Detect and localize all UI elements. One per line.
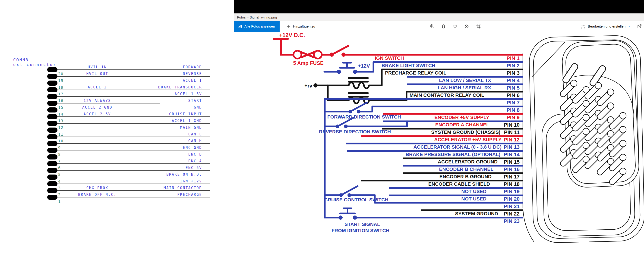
zoom-in-icon — [429, 24, 434, 29]
connector-schematic: CONN3 ext_connector 20HVIL INFORWARD19HV… — [0, 0, 234, 253]
net-label-mid: ACCEL 2 GND — [82, 105, 112, 109]
pin-name: PIN 3 — [507, 70, 520, 76]
pin-pad — [47, 94, 58, 99]
pin-pad — [47, 181, 58, 186]
net-label-right: IGN +12V — [180, 179, 202, 183]
pin-name: PIN 22 — [504, 211, 520, 217]
net-label-right: MAIN CONTACTOR — [164, 186, 202, 190]
pin-number: 11 — [58, 132, 64, 137]
net-label-right: START — [188, 99, 202, 103]
power-feed-symbol — [274, 39, 294, 55]
all-photos-label: Alle Fotos anzeigen — [244, 24, 275, 28]
pin-number: 15 — [58, 105, 64, 110]
pin-wire-label: MAIN CONTACTOR RELAY COIL — [410, 92, 484, 98]
net-label-right: CAN H — [188, 139, 202, 143]
pin-pad — [47, 87, 58, 92]
share-icon — [637, 24, 642, 29]
net-label-right: CRUISE_INPUT — [169, 112, 202, 116]
net-label-mid: HVIL IN — [88, 65, 107, 69]
crop-button[interactable] — [476, 24, 481, 29]
pin-name: PIN 4 — [507, 77, 520, 83]
crop-icon — [476, 24, 481, 29]
pin-pad — [47, 114, 58, 119]
pin-name: PIN 11 — [504, 129, 520, 135]
favorite-button[interactable] — [452, 24, 458, 29]
net-label-right: ENC 5V — [186, 166, 202, 170]
pin-number: 4 — [58, 179, 61, 184]
pin-wire-label: ENCODER B GROUND — [440, 174, 492, 179]
pin-wire-label: LAN LOW / SERIAL TX — [439, 77, 491, 83]
pin-pad — [47, 67, 58, 72]
pin-number: 9 — [58, 146, 61, 150]
reverse-switch-label: REVERSE DIRECTION SWITCH — [319, 129, 391, 134]
pin-wire-label: ACCELERATOR +5V SUPPLY — [434, 137, 502, 142]
pin-wire-label: LAN HIGH / SERIAL RX — [438, 85, 491, 90]
heart-icon — [452, 24, 458, 29]
net-label-right: FORWARD — [183, 65, 202, 69]
pin-pad — [47, 188, 58, 193]
net-label-right: GND — [194, 105, 202, 109]
pin-wire-label: SYSTEM GROUND — [455, 211, 498, 216]
schematic-subtitle: ext_connector — [13, 62, 57, 67]
photos-window: Fotos – Signal_wiring.png Alle Fotos anz… — [234, 0, 644, 253]
net-label-right: MAIN GND — [180, 125, 202, 130]
pin-pad — [47, 168, 58, 173]
net-label-mid: BRAKE OFF N.C. — [78, 193, 116, 197]
net-label-right: ENC A — [188, 159, 202, 163]
pin-name: PIN 15 — [504, 159, 520, 165]
wiring-diagram: +12V D.C. 5 Amp FUSE +rv +12V FORWARD DI… — [234, 32, 644, 253]
add-to-label: Hinzufügen zu — [293, 24, 315, 28]
pin-pad — [47, 81, 58, 86]
net-label-mid: HVIL OUT — [86, 72, 108, 76]
pin-pad — [47, 161, 58, 166]
pin-pad — [47, 134, 58, 139]
pin-name: PIN 10 — [504, 122, 520, 128]
start-signal-label-1: START SIGNAL — [344, 222, 380, 227]
net-label-mid: ACCEL 2 5V — [84, 112, 111, 116]
pin-number: 20 — [58, 72, 64, 76]
net-label-right: ACCEL 1 5V — [175, 92, 202, 96]
start-signal-label-2: FROM IGNITION SWITCH — [332, 228, 390, 233]
pin-wire-label: BRAKE PRESSURE SIGNAL (OPTIONAL) — [406, 152, 500, 157]
pin-number: 17 — [58, 92, 64, 96]
net-label-right: PRECHARGE — [178, 193, 202, 197]
pin-name: PIN 17 — [504, 174, 520, 180]
cruise-switch-label: CRUISE CONTROL SWITCH — [324, 197, 388, 202]
zoom-in-button[interactable] — [429, 24, 434, 29]
pin-wire-label: PRECHARGE RELAY COIL — [385, 70, 446, 75]
pin-number: 8 — [58, 152, 61, 157]
pin-name: PIN 16 — [504, 166, 520, 172]
all-photos-button[interactable]: Alle Fotos anzeigen — [234, 21, 280, 32]
net-label-right: BRAKE ON N.O. — [166, 172, 202, 177]
net-label-right: REVERSE — [183, 72, 202, 76]
delete-button[interactable] — [441, 24, 446, 29]
pin-pad — [47, 195, 58, 200]
plus-icon — [286, 24, 291, 29]
pin-name: PIN 21 — [504, 204, 520, 209]
chevron-down-icon — [628, 24, 631, 28]
add-to-button[interactable]: Hinzufügen zu — [282, 21, 319, 32]
pin-wire-label: ENCODER CABLE SHIELD — [428, 181, 490, 187]
edit-tools-icon — [580, 24, 586, 29]
pin-pad — [47, 148, 58, 153]
pin-name: PIN 23 — [504, 218, 520, 224]
net-label-right: ENC GND — [183, 146, 202, 150]
share-button[interactable] — [637, 24, 642, 29]
trash-icon — [441, 24, 446, 29]
fuse-symbol — [294, 51, 330, 58]
pin-pad — [47, 107, 58, 112]
pin-pad — [47, 141, 58, 146]
forward-switch-label: FORWARD DIRECTION SWITCH — [327, 114, 401, 119]
pin-name: PIN 20 — [504, 196, 520, 202]
pin-number: 2 — [58, 193, 61, 197]
toolbar-right-group: Bearbeiten und erstellen — [579, 21, 642, 32]
pin-name: PIN 8 — [507, 107, 520, 113]
rotate-button[interactable] — [464, 24, 469, 29]
pin-name: PIN 19 — [504, 189, 520, 195]
pin-number: 14 — [58, 112, 64, 116]
net-label-right: ACCEL 1 GND — [172, 119, 202, 123]
edit-create-button[interactable]: Bearbeiten und erstellen — [579, 24, 633, 29]
pin-pad — [47, 101, 58, 106]
net-label-right: ACCEL 1 — [183, 78, 202, 83]
supply-label: +12V D.C. — [279, 32, 305, 38]
